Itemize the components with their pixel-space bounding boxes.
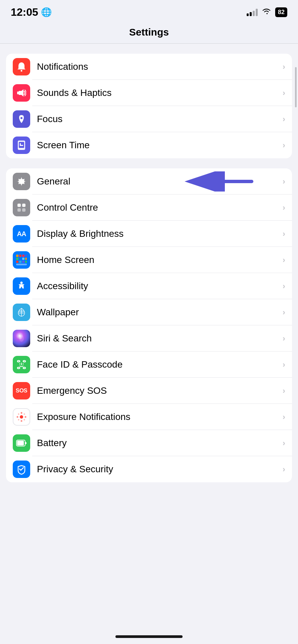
focus-label: Focus — [37, 114, 280, 124]
svg-rect-22 — [25, 258, 27, 260]
battery-chevron: › — [283, 438, 285, 448]
emergency-sos-chevron: › — [283, 386, 285, 395]
exposure-icon — [13, 408, 30, 426]
svg-rect-32 — [23, 361, 26, 362]
scrollbar[interactable] — [295, 67, 297, 107]
sounds-label: Sounds & Haptics — [37, 88, 280, 98]
privacy-chevron: › — [283, 465, 285, 474]
svg-rect-48 — [25, 442, 27, 444]
sidebar-item-display[interactable]: AA Display & Brightness › — [6, 221, 292, 247]
display-chevron: › — [283, 229, 285, 238]
accessibility-chevron: › — [283, 281, 285, 291]
battery-level: 82 — [278, 9, 285, 16]
notifications-chevron: › — [283, 62, 285, 71]
page-title-bar: Settings — [0, 22, 298, 44]
siri-chevron: › — [283, 334, 285, 343]
wallpaper-label: Wallpaper — [37, 307, 280, 318]
notifications-label: Notifications — [37, 61, 280, 72]
svg-point-35 — [19, 364, 20, 365]
status-bar: 12:05 🌐 82 — [0, 0, 298, 22]
general-label: General — [37, 176, 280, 187]
battery-label: Battery — [37, 438, 280, 448]
svg-point-0 — [21, 70, 22, 72]
sidebar-item-focus[interactable]: Focus › — [6, 106, 292, 132]
svg-point-42 — [25, 416, 27, 418]
svg-rect-34 — [23, 367, 26, 369]
home-indicator — [115, 635, 183, 638]
page-title: Settings — [0, 26, 298, 38]
sidebar-item-general[interactable]: General › — [6, 168, 292, 195]
svg-point-39 — [21, 412, 22, 414]
svg-rect-15 — [16, 255, 18, 257]
svg-rect-8 — [20, 145, 23, 146]
privacy-label: Privacy & Security — [37, 464, 280, 475]
sounds-chevron: › — [283, 88, 285, 98]
signal-icon — [247, 9, 258, 16]
notifications-icon — [13, 58, 30, 75]
svg-rect-16 — [19, 255, 21, 257]
sidebar-item-home-screen[interactable]: Home Screen › — [6, 247, 292, 273]
control-centre-label: Control Centre — [37, 202, 280, 213]
svg-rect-17 — [22, 255, 24, 257]
emergency-sos-label: Emergency SOS — [37, 385, 280, 396]
sidebar-item-wallpaper[interactable]: Wallpaper › — [6, 299, 292, 325]
status-right: 82 — [247, 7, 287, 17]
sidebar-item-notifications[interactable]: Notifications › — [6, 54, 292, 80]
svg-rect-13 — [17, 208, 21, 212]
sidebar-item-control-centre[interactable]: Control Centre › — [6, 195, 292, 221]
siri-icon — [13, 330, 30, 347]
svg-rect-19 — [16, 258, 18, 260]
battery-icon — [13, 434, 30, 452]
face-id-label: Face ID & Passcode — [37, 359, 280, 370]
status-time: 12:05 🌐 — [11, 6, 52, 18]
sidebar-item-privacy[interactable]: Privacy & Security › — [6, 456, 292, 482]
wallpaper-icon — [13, 304, 30, 321]
face-id-chevron: › — [283, 360, 285, 369]
svg-point-41 — [17, 416, 18, 418]
focus-chevron: › — [283, 114, 285, 124]
siri-label: Siri & Search — [37, 333, 280, 344]
svg-rect-14 — [22, 208, 26, 212]
screen-time-chevron: › — [283, 141, 285, 150]
focus-icon — [13, 110, 30, 128]
battery-status: 82 — [275, 7, 287, 17]
sidebar-item-emergency-sos[interactable]: SOS Emergency SOS › — [6, 378, 292, 404]
exposure-chevron: › — [283, 412, 285, 422]
svg-rect-2 — [17, 92, 19, 94]
sidebar-item-siri[interactable]: Siri & Search › — [6, 325, 292, 352]
svg-rect-27 — [16, 264, 27, 265]
svg-rect-31 — [17, 361, 20, 362]
emergency-sos-icon: SOS — [13, 382, 30, 399]
settings-group-1: Notifications › Sounds & Haptics › Focus… — [6, 54, 292, 158]
sidebar-item-accessibility[interactable]: Accessibility › — [6, 273, 292, 299]
svg-point-36 — [23, 364, 24, 365]
home-screen-chevron: › — [283, 255, 285, 265]
general-icon — [13, 173, 30, 190]
svg-point-28 — [20, 282, 23, 284]
privacy-icon — [13, 461, 30, 478]
svg-rect-33 — [17, 367, 20, 369]
accessibility-label: Accessibility — [37, 281, 280, 291]
sidebar-item-battery[interactable]: Battery › — [6, 430, 292, 456]
sidebar-item-sounds[interactable]: Sounds & Haptics › — [6, 80, 292, 106]
display-label: Display & Brightness — [37, 228, 280, 239]
sidebar-item-screen-time[interactable]: Screen Time › — [6, 132, 292, 158]
exposure-label: Exposure Notifications — [37, 412, 280, 422]
wallpaper-chevron: › — [283, 308, 285, 317]
screen-time-icon — [13, 137, 30, 154]
svg-rect-25 — [22, 261, 24, 263]
wifi-icon — [262, 8, 271, 17]
home-screen-icon — [13, 251, 30, 269]
sidebar-item-face-id[interactable]: Face ID & Passcode › — [6, 352, 292, 378]
sounds-icon — [13, 84, 30, 102]
svg-rect-26 — [25, 261, 27, 263]
control-centre-icon — [13, 199, 30, 216]
screen-time-label: Screen Time — [37, 140, 280, 151]
svg-rect-11 — [17, 204, 21, 207]
time-text: 12:05 — [11, 6, 38, 18]
svg-rect-23 — [16, 261, 18, 263]
sidebar-item-exposure[interactable]: Exposure Notifications › — [6, 404, 292, 430]
display-icon: AA — [13, 225, 30, 243]
svg-point-45 — [18, 419, 19, 421]
svg-rect-49 — [17, 441, 24, 445]
